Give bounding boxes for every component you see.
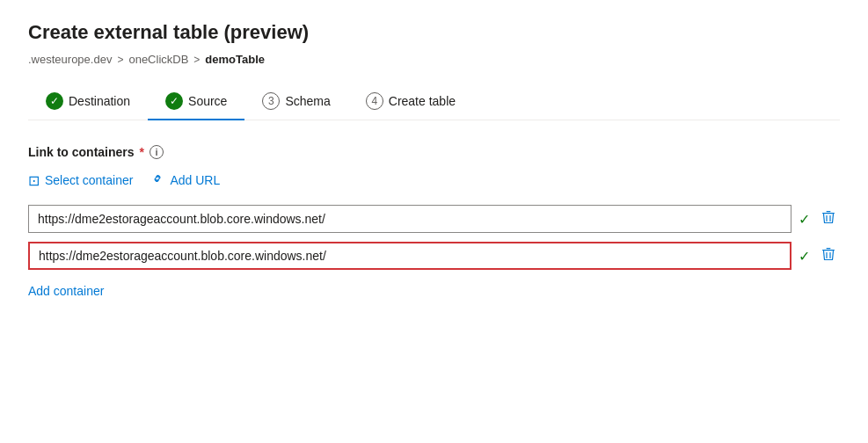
section-label-text: Link to containers [28,145,135,159]
add-url-label: Add URL [170,173,220,187]
tab-destination[interactable]: ✓ Destination [28,84,148,120]
tab-create-table-label: Create table [389,94,456,108]
tab-schema[interactable]: 3 Schema [244,84,347,120]
container-input-row-2: ✓ [28,242,840,270]
breadcrumb-part1: .westeurope.dev [28,53,112,66]
container-input-1[interactable] [28,205,791,233]
schema-step-num: 3 [262,92,280,110]
tab-source-label: Source [188,94,227,108]
page-title: Create external table (preview) [28,21,840,44]
delete-button-1[interactable] [817,207,840,231]
breadcrumb-current: demoTable [205,53,265,66]
create-table-step-num: 4 [366,92,383,110]
breadcrumb-sep2: > [193,54,200,66]
breadcrumb-sep1: > [117,54,123,66]
destination-check-icon: ✓ [46,92,63,110]
valid-icon-1: ✓ [799,211,810,228]
add-container-link[interactable]: Add container [28,284,104,298]
valid-icon-2: ✓ [799,248,810,265]
action-links: ⊡ Select container Add URL [28,171,840,189]
breadcrumb: .westeurope.dev > oneClickDB > demoTable [28,53,840,66]
container-input-2[interactable] [28,242,791,270]
svg-rect-5 [827,248,831,249]
tab-source[interactable]: ✓ Source [148,84,244,120]
tab-create-table[interactable]: 4 Create table [348,84,473,120]
add-url-icon [150,171,164,189]
add-url-link[interactable]: Add URL [150,171,220,189]
link-to-containers-label: Link to containers * i [28,145,840,159]
delete-button-2[interactable] [817,244,840,268]
tab-schema-label: Schema [285,94,330,108]
breadcrumb-part2: oneClickDB [128,53,188,66]
add-container-label: Add container [28,284,104,298]
select-container-link[interactable]: ⊡ Select container [28,172,133,189]
source-check-icon: ✓ [165,92,183,110]
required-marker: * [140,145,144,159]
tab-bar: ✓ Destination ✓ Source 3 Schema 4 Create… [28,84,840,120]
svg-rect-0 [822,213,835,214]
select-container-label: Select container [45,173,133,187]
tab-destination-label: Destination [69,94,130,108]
container-input-row-1: ✓ [28,205,840,233]
page-container: Create external table (preview) .westeur… [0,0,868,443]
info-icon[interactable]: i [150,145,164,159]
svg-rect-4 [822,250,835,251]
svg-rect-1 [827,211,831,212]
select-container-icon: ⊡ [28,172,40,189]
